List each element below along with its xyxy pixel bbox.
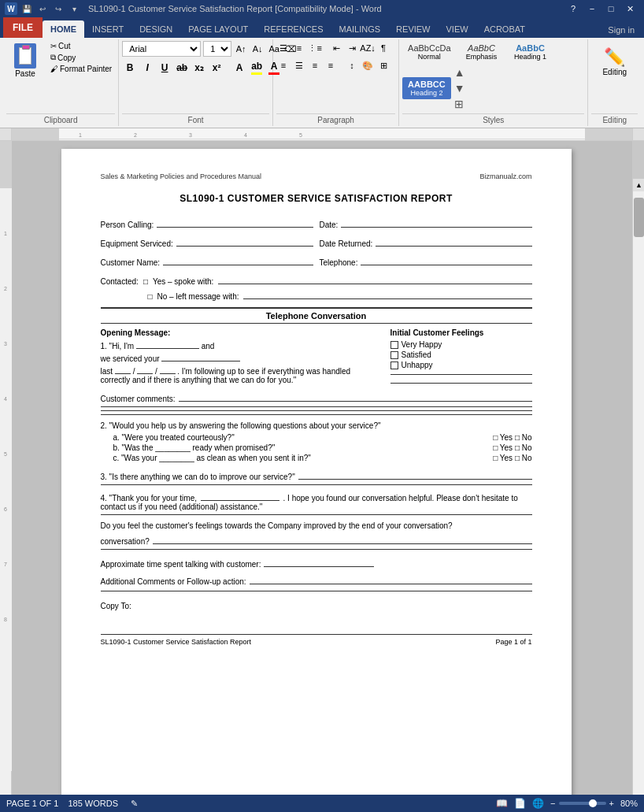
customer-comments-section: Customer comments: [101, 391, 532, 415]
q2-b-row: b. "Was the ________ ready when promised… [113, 443, 532, 452]
show-formatting-button[interactable]: ¶ [376, 41, 390, 55]
styles-scroll-down[interactable]: ▼ [453, 80, 467, 96]
font-size-select[interactable]: 12 [203, 41, 231, 57]
styles-label: Styles [402, 113, 584, 124]
bullets-button[interactable]: ☰ [276, 41, 291, 55]
q4-line [101, 514, 532, 515]
tab-acrobat[interactable]: ACROBAT [476, 20, 533, 38]
zoom-bar: − + 80% [550, 799, 638, 808]
q2-b-text: b. "Was the ________ ready when promised… [113, 443, 494, 452]
grow-font-button[interactable]: A↑ [234, 42, 248, 56]
bold-button[interactable]: B [122, 60, 138, 76]
contacted-yes-label: Yes – spoke with: [153, 277, 213, 286]
zoom-out-button[interactable]: − [550, 799, 555, 808]
styles-scroll-up[interactable]: ▲ [453, 65, 467, 80]
additional-comments-line [101, 591, 532, 591]
style-heading2[interactable]: AABBCC Heading 2 [402, 77, 451, 99]
editing-label: Editing [591, 113, 638, 124]
status-left: PAGE 1 OF 1 185 WORDS ✎ [6, 797, 140, 810]
increase-indent-button[interactable]: ⇥ [345, 41, 359, 55]
close-button[interactable]: ✕ [620, 0, 639, 17]
quick-access-save[interactable]: 💾 [20, 2, 33, 15]
person-calling-label: Person Calling: [101, 221, 154, 229]
cut-button[interactable]: ✂ Cut [47, 41, 115, 51]
quick-access-customize[interactable]: ▾ [68, 2, 80, 15]
quick-access-undo[interactable]: ↩ [36, 2, 49, 15]
line-spacing-button[interactable]: ↕ [345, 58, 359, 72]
align-left-button[interactable]: ≡ [276, 58, 291, 72]
help-button[interactable]: ? [564, 0, 583, 17]
feeling-satisfied: Satisfied [390, 350, 532, 359]
doc-footer: SL1090-1 Customer Service Satisfaction R… [101, 634, 532, 646]
ruler: 1 2 3 4 5 [0, 128, 644, 141]
tab-file[interactable]: FILE [3, 17, 43, 38]
tab-insert[interactable]: INSERT [84, 20, 131, 38]
font-name-select[interactable]: Arial [122, 41, 201, 57]
italic-button[interactable]: I [139, 60, 155, 76]
copy-button[interactable]: ⧉ Copy [47, 52, 115, 63]
additional-comments-row: Additional Comments or Follow-up action: [101, 573, 532, 586]
q2-a-row: a. "Were you treated courteously?" □ Yes… [113, 433, 532, 442]
tab-review[interactable]: REVIEW [388, 20, 438, 38]
q4-section: 4. "Thank you for your time, . I hope yo… [101, 491, 532, 515]
tab-view[interactable]: VIEW [439, 20, 476, 38]
shading-button[interactable]: 🎨 [361, 58, 375, 72]
telephone-label: Telephone: [320, 258, 358, 267]
svg-text:3: 3 [4, 341, 7, 347]
svg-text:4: 4 [4, 396, 7, 402]
proofing-icon[interactable]: ✎ [128, 797, 140, 810]
strikethrough-button[interactable]: ab [174, 60, 190, 76]
comment-line-2 [101, 410, 532, 411]
style-heading1[interactable]: AaBbC Heading 1 [507, 41, 554, 63]
tab-references[interactable]: REFERENCES [256, 20, 331, 38]
superscript-button[interactable]: x² [209, 60, 224, 76]
numbering-button[interactable]: ≡ [292, 41, 306, 55]
tab-page-layout[interactable]: PAGE LAYOUT [180, 20, 256, 38]
style-normal[interactable]: AaBbCcDa Normal [402, 41, 456, 63]
restore-button[interactable]: □ [601, 0, 620, 17]
tab-design[interactable]: DESIGN [131, 20, 180, 38]
copy-to-label: Copy To: [101, 602, 131, 610]
underline-button[interactable]: U [157, 60, 172, 76]
minimize-button[interactable]: − [583, 0, 601, 17]
paste-button[interactable]: Paste [6, 41, 44, 80]
center-button[interactable]: ☰ [292, 58, 306, 72]
view-print-button[interactable]: 📄 [514, 798, 526, 809]
borders-button[interactable]: ⊞ [376, 58, 390, 72]
justify-button[interactable]: ≡ [324, 58, 338, 72]
q2-c-row: c. "Was your ________ as clean as when y… [113, 454, 532, 462]
styles-more[interactable]: ⊞ [453, 96, 467, 112]
sign-in[interactable]: Sign in [601, 22, 641, 38]
vertical-ruler: 1 2 3 4 5 6 7 8 [0, 141, 12, 795]
q2-section: 2. "Would you help us by answering the f… [101, 421, 532, 462]
zoom-slider[interactable] [559, 802, 606, 805]
zoom-in-button[interactable]: + [609, 799, 614, 808]
editing-button[interactable]: ✏️ Editing [596, 44, 633, 80]
scroll-up-btn[interactable]: ▲ [633, 179, 644, 191]
view-read-button[interactable]: 📖 [496, 798, 508, 809]
ribbon: Paste ✂ Cut ⧉ Copy 🖌 Format Painter Clip… [0, 38, 644, 128]
vertical-scrollbar[interactable]: ▲ ▼ [632, 179, 644, 795]
quick-access-redo[interactable]: ↪ [52, 2, 65, 15]
align-right-button[interactable]: ≡ [308, 58, 322, 72]
format-painter-button[interactable]: 🖌 Format Painter [47, 64, 115, 74]
tab-mailings[interactable]: MAILINGS [331, 20, 389, 38]
view-web-button[interactable]: 🌐 [532, 798, 544, 809]
tab-home[interactable]: HOME [43, 20, 84, 38]
document-scroll-area[interactable]: Sales & Marketing Policies and Procedure… [12, 141, 632, 795]
sort-button[interactable]: AZ↓ [361, 41, 375, 55]
q1-text5: / [133, 367, 135, 376]
editing-group: ✏️ Editing Editing [588, 39, 641, 126]
subscript-button[interactable]: x₂ [191, 60, 207, 76]
word-icon: W [5, 2, 17, 15]
text-effects-button[interactable]: A [231, 60, 247, 76]
scroll-thumb[interactable] [634, 198, 644, 237]
contacted-no-label: No – left message with: [157, 292, 239, 301]
decrease-indent-button[interactable]: ⇤ [329, 41, 343, 55]
shrink-font-button[interactable]: A↓ [250, 42, 265, 56]
zoom-thumb[interactable] [589, 799, 597, 807]
multilevel-list-button[interactable]: ⋮≡ [308, 41, 322, 55]
highlight-button[interactable]: ab [249, 60, 265, 76]
ribbon-tabs: FILE HOME INSERT DESIGN PAGE LAYOUT REFE… [0, 17, 644, 38]
style-emphasis[interactable]: AaBbC Emphasis [458, 41, 505, 63]
